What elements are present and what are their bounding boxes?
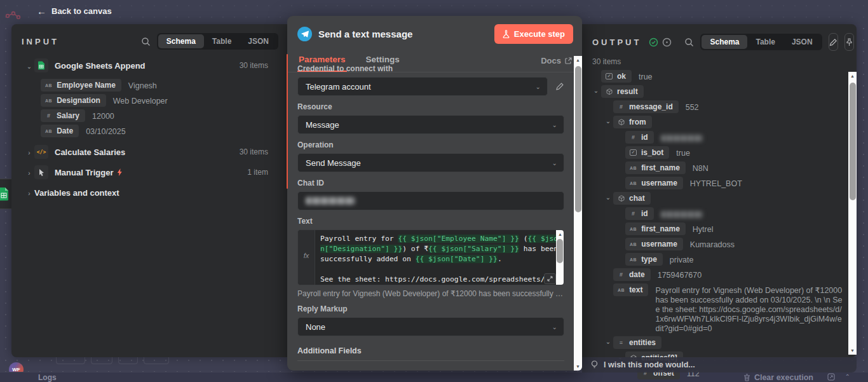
scroll-down-arrow-icon[interactable]: ▼ <box>848 346 857 355</box>
pin-data-button[interactable] <box>844 33 854 51</box>
output-field-row: ABtext Payroll entry for Vignesh (Web De… <box>582 282 848 335</box>
input-node-row[interactable]: › Manual Trigger 1 item <box>11 164 278 181</box>
credential-select[interactable]: Telegram account ⌄ <box>297 77 548 96</box>
node-settings-modal: Send a text message Execute step Paramet… <box>287 16 582 371</box>
chevron-down-icon[interactable]: ⌄ <box>603 192 613 201</box>
chat-id-redacted-value <box>306 197 355 205</box>
schema-field-pill[interactable]: ABfirst_name <box>625 222 686 235</box>
resource-value: Message <box>306 120 339 130</box>
input-tab-json[interactable]: JSON <box>240 34 277 48</box>
output-field-row: #id <box>582 130 848 145</box>
chevron-down-icon[interactable]: ⌄ <box>591 85 601 94</box>
input-node-row[interactable]: › Variables and context <box>11 184 278 201</box>
schema-field-pill[interactable]: ABusername <box>625 177 683 189</box>
chevron-right-icon[interactable]: › <box>24 188 34 197</box>
text-expression-editor[interactable]: fx Payroll entry for {{ $json["Employee … <box>297 229 564 285</box>
cursor-icon <box>38 168 45 177</box>
editor-scrollbar[interactable]: ▲ <box>556 230 564 285</box>
input-node-name: Variables and context <box>34 188 119 198</box>
schema-field-pill[interactable]: ≡entities <box>613 336 661 349</box>
input-node-row[interactable]: ⌄ Google Sheets Append 30 items <box>11 57 278 74</box>
output-field-row: ABtype private <box>582 252 848 267</box>
modal-scrollbar[interactable]: ▲ ▼ <box>574 56 582 371</box>
scroll-down-arrow-icon[interactable]: ▼ <box>574 362 582 371</box>
output-search-icon[interactable] <box>684 38 694 47</box>
number-type-icon: # <box>45 113 52 119</box>
execute-step-button[interactable]: Execute step <box>494 24 573 44</box>
expand-editor-button[interactable] <box>544 273 556 284</box>
boolean-type-icon: ✓ <box>630 149 637 156</box>
output-schema-tree: ✓ok true ⌄ result #message_id 552 ⌄ from… <box>582 69 848 381</box>
node-feedback-input[interactable]: I wish this node would... <box>582 357 857 372</box>
n8n-logo-icon <box>5 8 22 20</box>
input-node-name: Google Sheets Append <box>55 61 146 71</box>
schema-field-pill[interactable]: #id <box>625 131 654 144</box>
scrollbar-thumb[interactable] <box>850 83 856 200</box>
schema-field-pill[interactable]: chat <box>613 192 651 205</box>
schema-field-pill[interactable]: from <box>613 116 652 128</box>
scroll-up-arrow-icon[interactable]: ▲ <box>574 56 582 64</box>
attribution-label: Append n8n Attribution <box>311 370 564 371</box>
input-panel: INPUT SchemaTableJSON ⌄ Google Sheets Ap… <box>11 24 287 357</box>
chevron-right-icon[interactable]: › <box>24 168 34 177</box>
input-node-item-count: 30 items <box>240 61 268 70</box>
chevron-right-icon[interactable]: › <box>24 147 34 156</box>
resource-label: Resource <box>297 102 564 111</box>
scroll-up-arrow-icon[interactable]: ▲ <box>556 230 564 238</box>
schema-field-pill[interactable]: ABEmployee Name <box>41 79 121 92</box>
string-type-icon: AB <box>630 257 637 262</box>
schema-field-pill[interactable]: ABDate <box>41 125 79 137</box>
schema-field-pill[interactable]: #Salary <box>41 109 85 122</box>
chevron-down-icon[interactable]: ⌄ <box>603 116 613 125</box>
scrollbar-thumb[interactable] <box>557 239 563 263</box>
resource-select[interactable]: Message ⌄ <box>297 115 564 134</box>
schema-field-value: Kumaradoss <box>690 238 735 250</box>
execution-info-icon[interactable] <box>662 38 672 47</box>
telegram-icon <box>297 27 312 41</box>
schema-field-value: 552 <box>686 100 699 113</box>
output-tab-json[interactable]: JSON <box>783 35 821 49</box>
schema-field-pill[interactable]: #message_id <box>613 100 679 113</box>
schema-field-pill[interactable]: result <box>601 85 644 98</box>
input-node-item-count: 30 items <box>240 147 268 156</box>
schema-field-pill[interactable]: #id <box>625 207 654 220</box>
schema-field-pill[interactable]: ABtype <box>625 253 663 266</box>
schema-field-pill[interactable]: ABDesignation <box>41 94 106 107</box>
output-scrollbar[interactable]: ▲ ▼ <box>848 72 857 355</box>
output-field-row: ⌄ ≡entities <box>582 335 848 350</box>
chat-id-input[interactable] <box>297 191 564 210</box>
string-type-icon: AB <box>630 242 637 247</box>
operation-select[interactable]: Send Message ⌄ <box>297 153 564 172</box>
chevron-down-icon[interactable]: ⌄ <box>24 61 34 70</box>
expression-code[interactable]: Payroll entry for {{ $json["Employee Nam… <box>315 230 564 285</box>
output-field-row: ABusername Kumaradoss <box>582 236 848 252</box>
schema-field-pill[interactable]: ABtext <box>613 283 648 296</box>
schema-field-pill[interactable]: ✓ok <box>601 70 632 83</box>
text-label: Text <box>297 217 564 226</box>
output-tab-schema[interactable]: Schema <box>702 35 747 49</box>
reply-markup-select[interactable]: None ⌄ <box>297 317 564 336</box>
back-to-canvas-button[interactable]: ← Back to canvas <box>37 6 112 17</box>
chevron-down-icon[interactable]: ⌄ <box>603 336 613 345</box>
chevron-down-icon: ⌄ <box>552 324 557 331</box>
schema-field-value: N8N <box>693 161 709 174</box>
schema-field-pill[interactable]: #date <box>613 268 651 281</box>
number-type-icon: # <box>630 210 637 217</box>
input-search-icon[interactable] <box>141 37 151 46</box>
scrollbar-thumb[interactable] <box>575 66 581 212</box>
credential-label: Credential to connect with <box>297 64 564 73</box>
output-field-row: ⌄ result <box>582 84 848 99</box>
schema-field-pill[interactable]: ABfirst_name <box>625 161 686 174</box>
scroll-up-arrow-icon[interactable]: ▲ <box>848 72 857 80</box>
input-tab-table[interactable]: Table <box>204 34 240 48</box>
edit-output-button[interactable] <box>829 33 838 51</box>
output-items-count: 30 items <box>592 57 621 66</box>
schema-field-pill[interactable]: ✓is_bot <box>625 146 669 159</box>
schema-field-pill[interactable]: ABusername <box>625 238 683 250</box>
input-node-name: Calculate Salaries <box>55 147 125 157</box>
input-tab-schema[interactable]: Schema <box>158 34 204 48</box>
input-node-row[interactable]: › </> Calculate Salaries 30 items <box>11 144 278 160</box>
output-tab-table[interactable]: Table <box>747 35 783 49</box>
fx-gutter: fx <box>298 230 315 285</box>
edit-credential-icon[interactable] <box>555 82 564 91</box>
